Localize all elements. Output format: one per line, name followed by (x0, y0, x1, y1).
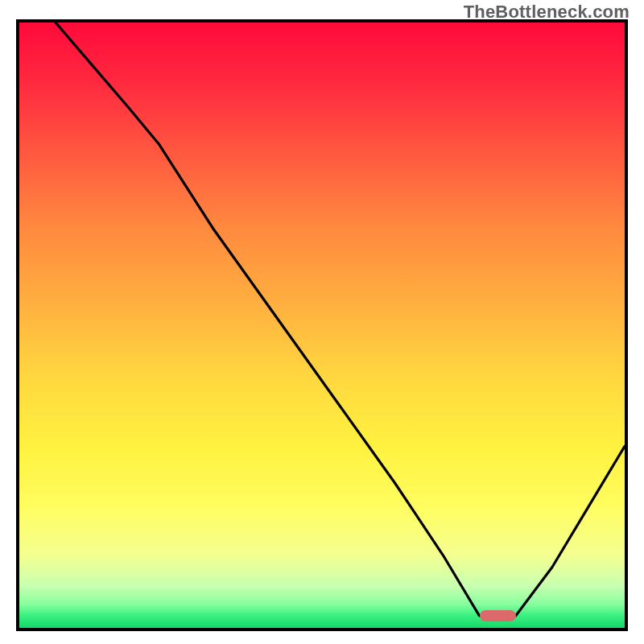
chart-wrap: TheBottleneck.com (0, 0, 644, 644)
plot-area (16, 19, 628, 631)
curve-path (56, 23, 625, 616)
min-marker (480, 610, 516, 621)
curve-svg (19, 23, 625, 628)
